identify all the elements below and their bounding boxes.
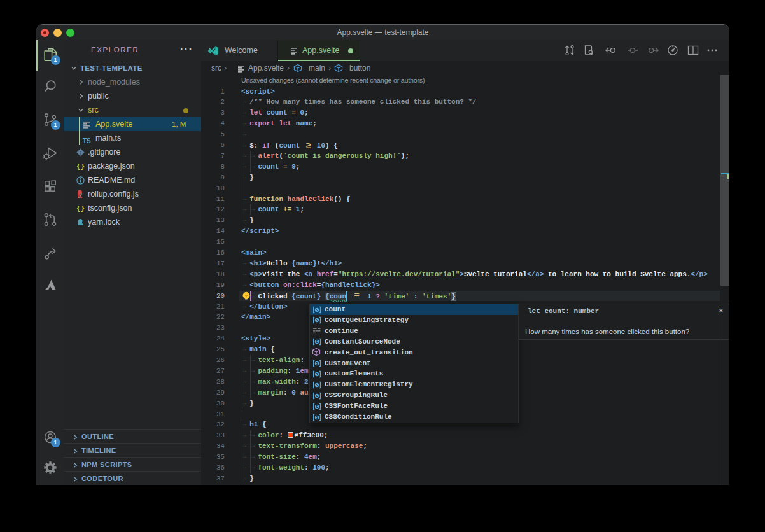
svg-text:{}: {} bbox=[76, 205, 85, 213]
svg-text:{}: {} bbox=[76, 163, 85, 171]
